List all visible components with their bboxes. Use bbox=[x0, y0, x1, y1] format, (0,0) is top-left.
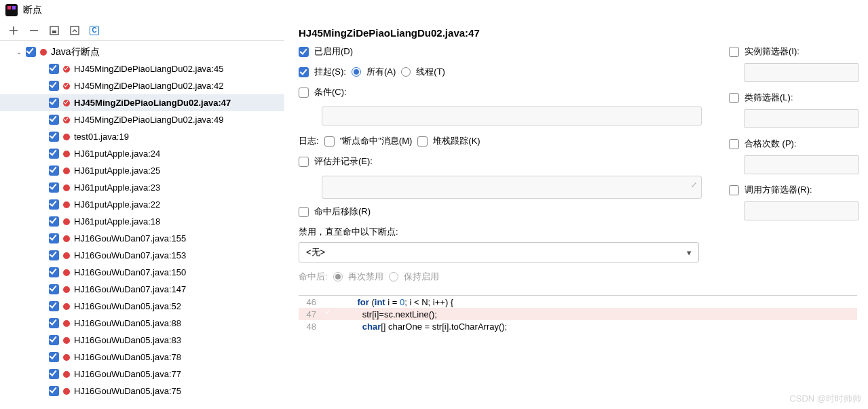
breakpoint-icon bbox=[63, 388, 70, 395]
tree-item[interactable]: HJ45MingZiDePiaoLiangDu02.java:45 bbox=[0, 60, 284, 77]
suspend-thread-radio[interactable] bbox=[401, 67, 411, 77]
breakpoint-icon bbox=[63, 134, 70, 140]
tree-item[interactable]: HJ61putApple.java:23 bbox=[0, 179, 284, 196]
item-checkbox[interactable] bbox=[49, 98, 59, 108]
stack-trace-label: 堆栈跟踪(K) bbox=[433, 135, 480, 147]
item-checkbox[interactable] bbox=[49, 115, 59, 125]
item-checkbox[interactable] bbox=[49, 301, 59, 311]
pass-count-input[interactable] bbox=[744, 155, 859, 174]
evaluate-input[interactable]: ⤢ bbox=[322, 176, 702, 199]
breakpoint-icon bbox=[63, 100, 70, 106]
tree-item[interactable]: HJ16GouWuDan05.java:88 bbox=[0, 315, 284, 332]
item-checkbox[interactable] bbox=[49, 267, 59, 277]
item-checkbox[interactable] bbox=[49, 250, 59, 260]
breakpoint-icon bbox=[63, 184, 70, 191]
item-checkbox[interactable] bbox=[49, 81, 59, 91]
breakpoint-tree[interactable]: ⌄ Java行断点 HJ45MingZiDePiaoLiangDu02.java… bbox=[0, 41, 284, 409]
pass-count-label: 合格次数 (P): bbox=[744, 138, 797, 150]
breakpoint-icon bbox=[63, 337, 70, 344]
chevron-down-icon[interactable]: ⌄ bbox=[16, 48, 26, 56]
item-label: HJ61putApple.java:18 bbox=[74, 216, 160, 227]
line-number: 48 bbox=[299, 322, 323, 332]
item-checkbox[interactable] bbox=[49, 182, 59, 193]
suspend-thread-label: 线程(T) bbox=[416, 66, 445, 78]
item-checkbox[interactable] bbox=[49, 318, 59, 328]
disable-until-select[interactable]: <无> ▾ bbox=[299, 242, 699, 262]
item-label: HJ16GouWuDan05.java:83 bbox=[74, 335, 181, 345]
tree-item[interactable]: HJ16GouWuDan07.java:155 bbox=[0, 230, 284, 247]
caller-filter-input[interactable] bbox=[744, 201, 859, 220]
item-checkbox[interactable] bbox=[49, 386, 59, 396]
enabled-checkbox[interactable] bbox=[299, 47, 309, 57]
root-checkbox[interactable] bbox=[26, 47, 36, 57]
class-filter-checkbox[interactable] bbox=[729, 93, 739, 103]
breakpoint-icon bbox=[63, 151, 70, 157]
svg-rect-5 bbox=[71, 26, 79, 35]
app-icon bbox=[5, 4, 18, 16]
item-checkbox[interactable] bbox=[49, 132, 59, 142]
caller-filter-checkbox[interactable] bbox=[729, 185, 739, 195]
tree-item[interactable]: HJ61putApple.java:22 bbox=[0, 196, 284, 213]
item-checkbox[interactable] bbox=[49, 335, 59, 345]
item-checkbox[interactable] bbox=[49, 199, 59, 210]
tree-item[interactable]: HJ45MingZiDePiaoLiangDu02.java:47 bbox=[0, 94, 284, 111]
item-label: HJ45MingZiDePiaoLiangDu02.java:49 bbox=[74, 115, 223, 125]
disable-until-label: 禁用，直至命中以下断点: bbox=[299, 226, 398, 238]
tree-item[interactable]: HJ61putApple.java:25 bbox=[0, 162, 284, 179]
suspend-all-radio[interactable] bbox=[352, 67, 361, 77]
tree-item[interactable]: HJ16GouWuDan05.java:75 bbox=[0, 383, 284, 400]
evaluate-checkbox[interactable] bbox=[299, 157, 309, 167]
redisable-label: 再次禁用 bbox=[348, 271, 383, 283]
item-checkbox[interactable] bbox=[49, 216, 59, 227]
tree-item[interactable]: HJ16GouWuDan05.java:77 bbox=[0, 366, 284, 383]
tree-item[interactable]: HJ45MingZiDePiaoLiangDu02.java:42 bbox=[0, 77, 284, 94]
tree-item[interactable]: HJ16GouWuDan05.java:83 bbox=[0, 332, 284, 349]
condition-checkbox[interactable] bbox=[299, 87, 309, 98]
breakpoint-toolbar: C bbox=[0, 20, 284, 41]
tree-item[interactable]: test01.java:19 bbox=[0, 128, 284, 145]
group-by-class-icon[interactable] bbox=[69, 25, 80, 36]
keep-enabled-radio[interactable] bbox=[389, 272, 398, 281]
suspend-label: 挂起(S): bbox=[314, 66, 346, 78]
evaluate-label: 评估并记录(E): bbox=[314, 155, 373, 168]
remove-icon[interactable] bbox=[29, 25, 39, 36]
remove-after-hit-checkbox[interactable] bbox=[299, 207, 309, 217]
item-label: HJ16GouWuDan05.java:77 bbox=[74, 369, 181, 379]
item-checkbox[interactable] bbox=[49, 352, 59, 362]
tree-item[interactable]: HJ16GouWuDan07.java:147 bbox=[0, 281, 284, 298]
group-by-file-icon[interactable] bbox=[49, 25, 60, 36]
item-checkbox[interactable] bbox=[49, 284, 59, 294]
instance-filter-checkbox[interactable] bbox=[729, 47, 739, 57]
expand-icon[interactable]: ⤢ bbox=[691, 180, 697, 189]
after-hit-label: 命中后: bbox=[299, 271, 328, 283]
suspend-checkbox[interactable] bbox=[299, 67, 309, 77]
svg-rect-1 bbox=[7, 6, 11, 9]
log-message-checkbox[interactable] bbox=[324, 136, 335, 147]
item-label: HJ61putApple.java:22 bbox=[74, 199, 160, 210]
item-checkbox[interactable] bbox=[49, 64, 59, 74]
class-filter-input[interactable] bbox=[744, 109, 859, 128]
tree-item[interactable]: HJ16GouWuDan05.java:78 bbox=[0, 349, 284, 366]
item-checkbox[interactable] bbox=[49, 165, 59, 176]
group-by-type-icon[interactable]: C bbox=[90, 26, 99, 35]
item-checkbox[interactable] bbox=[49, 233, 59, 244]
stack-trace-checkbox[interactable] bbox=[417, 136, 428, 147]
line-number: 46 bbox=[299, 297, 323, 307]
condition-input[interactable] bbox=[322, 106, 702, 125]
redisable-radio[interactable] bbox=[333, 272, 343, 281]
tree-item[interactable]: HJ61putApple.java:18 bbox=[0, 213, 284, 230]
item-checkbox[interactable] bbox=[49, 369, 59, 379]
log-label: 日志: bbox=[299, 135, 319, 147]
tree-item[interactable]: HJ16GouWuDan07.java:153 bbox=[0, 247, 284, 264]
item-checkbox[interactable] bbox=[49, 149, 59, 159]
add-icon[interactable] bbox=[8, 25, 19, 36]
tree-item[interactable]: HJ16GouWuDan05.java:52 bbox=[0, 298, 284, 315]
instance-filter-input[interactable] bbox=[744, 63, 859, 82]
tree-item[interactable]: HJ61putApple.java:24 bbox=[0, 145, 284, 162]
tree-root[interactable]: ⌄ Java行断点 bbox=[0, 43, 284, 60]
tree-item[interactable]: HJ16GouWuDan07.java:150 bbox=[0, 264, 284, 281]
pass-count-checkbox[interactable] bbox=[729, 139, 739, 149]
keep-enabled-label: 保持启用 bbox=[404, 271, 439, 283]
breakpoint-icon bbox=[63, 320, 70, 327]
tree-item[interactable]: HJ45MingZiDePiaoLiangDu02.java:49 bbox=[0, 111, 284, 128]
